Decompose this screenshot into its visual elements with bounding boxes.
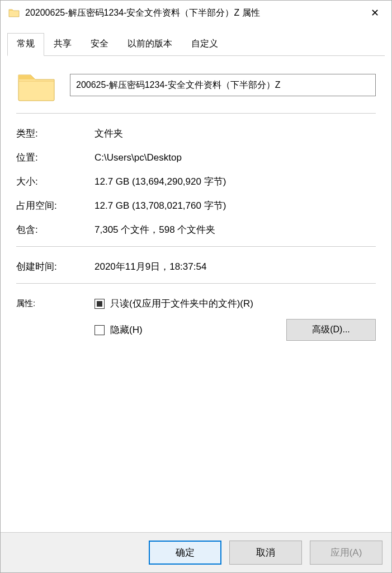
readonly-checkbox[interactable] <box>95 299 105 309</box>
row-size-on-disk: 占用空间: 12.7 GB (13,708,021,760 字节) <box>16 194 376 218</box>
row-size: 大小: 12.7 GB (13,694,290,920 字节) <box>16 170 376 194</box>
value-location: C:\Users\pc\Desktop <box>95 152 376 163</box>
header-row <box>16 67 376 103</box>
advanced-button[interactable]: 高级(D)... <box>286 319 376 341</box>
folder-name-input[interactable] <box>70 74 376 96</box>
close-button[interactable]: ✕ <box>363 4 386 21</box>
readonly-label: 只读(仅应用于文件夹中的文件)(R) <box>110 297 253 310</box>
tab-general[interactable]: 常规 <box>7 33 44 56</box>
window-title: 20200625-解压密码1234-安全文件资料（下半部分）Z 属性 <box>25 7 363 19</box>
row-contains: 包含: 7,305 个文件，598 个文件夹 <box>16 218 376 242</box>
label-created: 创建时间: <box>16 260 95 273</box>
properties-dialog: 20200625-解压密码1234-安全文件资料（下半部分）Z 属性 ✕ 常规 … <box>0 0 392 573</box>
tab-security[interactable]: 安全 <box>81 33 118 56</box>
label-attributes: 属性: <box>16 297 95 309</box>
row-created: 创建时间: 2020年11月9日，18:37:54 <box>16 255 376 279</box>
divider <box>16 283 376 284</box>
label-location: 位置: <box>16 151 95 164</box>
hidden-checkbox[interactable] <box>95 325 105 335</box>
close-icon: ✕ <box>371 7 379 19</box>
divider <box>16 113 376 114</box>
dialog-footer: 确定 取消 应用(A) <box>1 532 391 572</box>
cancel-button[interactable]: 取消 <box>229 541 302 565</box>
tab-customize[interactable]: 自定义 <box>182 33 228 56</box>
tab-sharing[interactable]: 共享 <box>44 33 81 56</box>
value-created: 2020年11月9日，18:37:54 <box>95 260 376 273</box>
row-attributes: 属性: 只读(仅应用于文件夹中的文件)(R) 隐藏(H) 高级(D)... <box>16 292 376 341</box>
folder-icon <box>8 8 20 18</box>
value-type: 文件夹 <box>95 127 376 140</box>
tab-strip: 常规 共享 安全 以前的版本 自定义 <box>7 33 385 56</box>
label-contains: 包含: <box>16 223 95 236</box>
divider <box>16 246 376 247</box>
value-size-on-disk: 12.7 GB (13,708,021,760 字节) <box>95 199 376 212</box>
row-type: 类型: 文件夹 <box>16 121 376 145</box>
ok-button[interactable]: 确定 <box>149 541 221 565</box>
row-location: 位置: C:\Users\pc\Desktop <box>16 145 376 170</box>
label-size: 大小: <box>16 175 95 188</box>
tab-previous-versions[interactable]: 以前的版本 <box>118 33 182 56</box>
folder-large-icon <box>16 67 56 103</box>
general-panel: 类型: 文件夹 位置: C:\Users\pc\Desktop 大小: 12.7… <box>1 56 391 532</box>
value-size: 12.7 GB (13,694,290,920 字节) <box>95 175 376 188</box>
titlebar: 20200625-解压密码1234-安全文件资料（下半部分）Z 属性 ✕ <box>1 1 391 25</box>
label-size-on-disk: 占用空间: <box>16 199 95 212</box>
hidden-label: 隐藏(H) <box>110 323 143 336</box>
apply-button[interactable]: 应用(A) <box>310 541 382 565</box>
hidden-checkbox-row[interactable]: 隐藏(H) <box>95 323 143 336</box>
value-contains: 7,305 个文件，598 个文件夹 <box>95 223 376 236</box>
readonly-checkbox-row[interactable]: 只读(仅应用于文件夹中的文件)(R) <box>95 297 376 310</box>
attributes-controls: 只读(仅应用于文件夹中的文件)(R) 隐藏(H) 高级(D)... <box>95 297 376 341</box>
label-type: 类型: <box>16 127 95 140</box>
tabs-container: 常规 共享 安全 以前的版本 自定义 <box>1 25 391 56</box>
